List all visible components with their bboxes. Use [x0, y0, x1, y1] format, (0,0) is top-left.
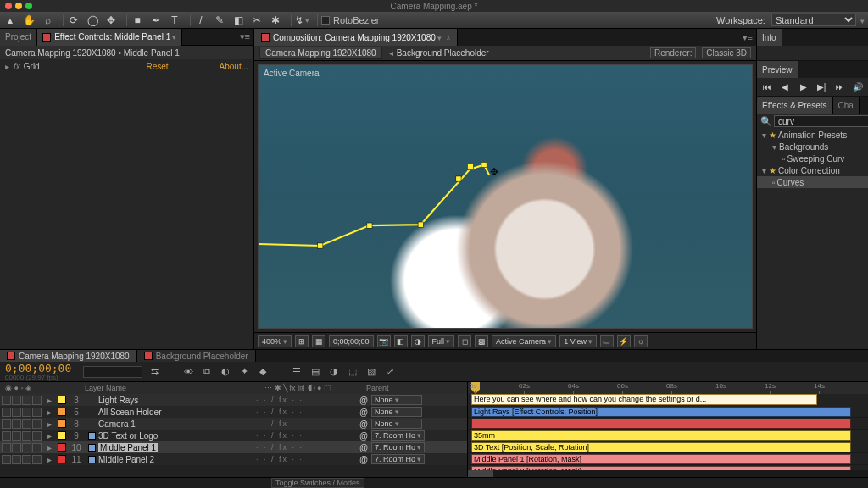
grid-toggle-icon[interactable]: ⊞ [295, 336, 309, 347]
exposure-icon[interactable]: ☼ [634, 336, 648, 347]
pickwhip-icon[interactable]: @ [359, 396, 368, 405]
audio-toggle[interactable] [12, 455, 21, 464]
eraser-tool-icon[interactable]: ◧ [231, 14, 245, 27]
effects-tree-item[interactable]: ▾★Color Correction [757, 164, 868, 176]
disclosure-icon[interactable]: ▸ [47, 396, 52, 405]
layer-switches-icon[interactable]: ☰ [290, 365, 303, 379]
lock-toggle[interactable] [32, 419, 42, 429]
comp-mini-flow-icon[interactable]: ⇆ [147, 365, 161, 379]
pen-tool-icon[interactable]: ✒ [149, 14, 163, 27]
layer-row[interactable]: ▸93D Text or Logo· · / fx · ·@7. Room Ho [0, 430, 467, 441]
brainstorm-icon[interactable]: ✦ [237, 365, 251, 379]
last-frame-icon[interactable]: ⏭ [833, 81, 847, 93]
composition-viewer[interactable]: Active Camera ✥ [258, 64, 753, 329]
disclosure-icon[interactable]: ▸ [47, 431, 52, 441]
solo-toggle[interactable] [22, 455, 31, 464]
adjustment-icon[interactable]: ◑ [327, 365, 341, 379]
macos-zoom-button[interactable] [25, 3, 32, 9]
effects-search-input[interactable] [774, 115, 868, 127]
fast-preview-icon[interactable]: ⚡ [617, 336, 631, 347]
label-color[interactable] [58, 419, 66, 428]
views-dropdown[interactable]: 1 View [559, 336, 597, 347]
tab-effect-controls[interactable]: Effect Controls: Middle Panel 1 [37, 29, 182, 46]
chevron-down-icon[interactable] [170, 32, 176, 42]
switches-cell[interactable]: · · / fx · · [256, 396, 359, 404]
switches-cell[interactable]: · · / fx · · [256, 443, 359, 452]
disclosure-icon[interactable]: ▸ [47, 419, 52, 429]
disclosure-icon[interactable]: ▸ [47, 443, 52, 452]
shy-layers-icon[interactable]: 👁 [181, 365, 195, 379]
guides-toggle-icon[interactable]: ▦ [312, 336, 326, 347]
audio-toggle[interactable] [12, 419, 21, 429]
snapshot-icon[interactable]: 📷 [377, 336, 391, 347]
camera-orbit-tool-icon[interactable]: ◯ [86, 14, 99, 27]
disclosure-icon[interactable]: ▾ [762, 130, 769, 140]
play-icon[interactable]: ▶ [797, 81, 810, 93]
toggle-switches-button[interactable]: Toggle Switches / Modes [271, 478, 364, 488]
color-mgmt-icon[interactable]: ◑ [411, 336, 425, 347]
selection-tool-icon[interactable]: ▴ [3, 14, 17, 27]
effects-tree-item[interactable]: ▫Sweeping Curv [757, 152, 868, 164]
layer-name[interactable]: Middle Panel 2 [98, 455, 154, 464]
tab-timeline-sub[interactable]: Background Placeholder [137, 350, 256, 362]
pixel-aspect-icon[interactable]: ▭ [600, 336, 614, 347]
layer-duration-bar[interactable]: 3D Text [Position, Scale, Rotation] [471, 442, 851, 452]
layer-duration-bar[interactable]: 35mm [471, 430, 851, 441]
audio-toggle[interactable] [12, 443, 21, 452]
layer-row[interactable]: ▸5All Scean Holder· · / fx · ·@None [0, 406, 467, 418]
layer-name[interactable]: All Scean Holder [98, 408, 161, 417]
shape-rect-tool-icon[interactable]: ■ [131, 14, 144, 27]
prev-frame-icon[interactable]: ◀ [778, 81, 792, 93]
label-color[interactable] [58, 443, 66, 452]
switches-cell[interactable]: · · / fx · · [256, 431, 359, 440]
parent-dropdown[interactable]: 7. Room Ho [371, 430, 425, 441]
disclosure-icon[interactable]: ▾ [762, 166, 769, 175]
tab-effects-presets[interactable]: Effects & Presets [757, 97, 833, 114]
mask-path-overlay[interactable]: ✥ [259, 65, 752, 329]
transfer-modes-icon[interactable]: ▤ [309, 365, 322, 379]
solo-toggle[interactable] [22, 431, 31, 441]
lock-toggle[interactable] [32, 431, 42, 441]
layer-duration-bar[interactable] [471, 419, 851, 429]
label-color[interactable] [58, 396, 66, 404]
resolution-dropdown[interactable]: Full [428, 336, 455, 347]
puppet-tool-icon[interactable]: ✱ [269, 14, 282, 27]
rotobrush-tool-icon[interactable]: ✂ [250, 14, 264, 27]
timeline-search-input[interactable] [83, 366, 142, 378]
transparency-icon[interactable]: ▩ [475, 336, 488, 347]
3d-layer-icon[interactable]: ⬚ [346, 365, 359, 379]
renderer-value[interactable]: Classic 3D [702, 47, 751, 58]
text-tool-icon[interactable]: T [168, 14, 181, 27]
label-color[interactable] [58, 455, 66, 463]
breadcrumb-main[interactable]: Camera Mapping 1920X1080 [259, 47, 382, 59]
parent-dropdown[interactable]: None [371, 407, 422, 417]
label-color[interactable] [58, 431, 66, 440]
parent-dropdown[interactable]: 7. Room Ho [371, 442, 425, 452]
switches-cell[interactable]: · · / fx · · [256, 419, 359, 428]
pan-behind-tool-icon[interactable]: ✥ [104, 14, 118, 27]
audio-toggle[interactable] [12, 408, 21, 417]
local-axis-tool-icon[interactable]: ↯ [295, 14, 309, 27]
expand-icon[interactable]: ⤢ [383, 365, 397, 379]
renderer-selector[interactable]: Renderer: Classic 3D [647, 48, 751, 58]
roi-icon[interactable]: ◻ [458, 336, 471, 347]
tab-project[interactable]: Project [0, 29, 37, 46]
label-color[interactable] [58, 408, 66, 416]
audio-toggle[interactable] [12, 396, 21, 405]
first-frame-icon[interactable]: ⏮ [760, 81, 774, 93]
close-icon[interactable]: x [447, 33, 451, 42]
tab-character[interactable]: Cha [833, 97, 860, 114]
layer-name[interactable]: Middle Panel 1 [98, 443, 158, 452]
channels-icon[interactable]: ◧ [394, 336, 408, 347]
visibility-toggle[interactable] [2, 431, 11, 441]
visibility-toggle[interactable] [2, 455, 11, 464]
auto-keyframe-icon[interactable]: ◆ [256, 365, 270, 379]
effects-tree-item[interactable]: ▾Backgrounds [757, 141, 868, 152]
pickwhip-icon[interactable]: @ [359, 408, 368, 417]
frame-blend-icon[interactable]: ⧉ [200, 365, 214, 379]
audio-toggle[interactable] [12, 431, 21, 441]
clone-tool-icon[interactable]: ✎ [213, 14, 226, 27]
zoom-tool-icon[interactable]: ⌕ [41, 14, 54, 27]
layer-name[interactable]: 3D Text or Logo [98, 431, 158, 441]
lock-toggle[interactable] [32, 443, 42, 452]
